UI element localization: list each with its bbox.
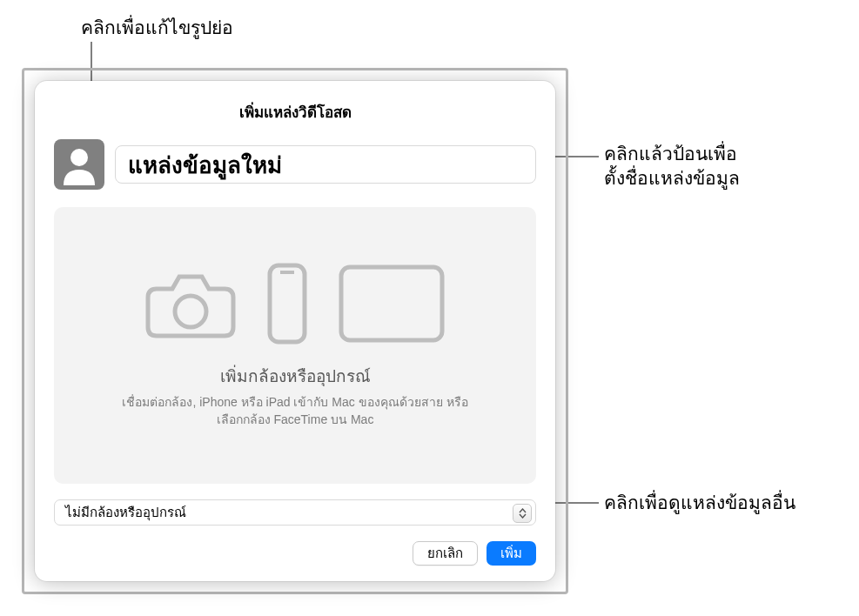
annotation-edit-thumbnail: คลิกเพื่อแก้ไขรูปย่อ	[81, 16, 233, 40]
preview-heading: เพิ่มกล้องหรืออุปกรณ์	[220, 363, 371, 389]
svg-point-0	[70, 149, 88, 166]
chevron-up-down-icon	[513, 504, 532, 523]
camera-device-select[interactable]: ไม่มีกล้องหรืออุปกรณ์	[54, 499, 536, 526]
device-icons	[143, 262, 447, 345]
select-value: ไม่มีกล้องหรืออุปกรณ์	[65, 502, 186, 523]
svg-rect-2	[270, 265, 305, 342]
preview-subtext: เชื่อมต่อกล้อง, iPhone หรือ iPad เข้ากับ…	[112, 394, 478, 428]
camera-icon	[143, 266, 238, 341]
iphone-icon	[265, 262, 310, 345]
source-thumbnail[interactable]	[54, 139, 104, 190]
svg-point-1	[175, 296, 206, 327]
person-silhouette-icon	[58, 144, 100, 185]
add-button[interactable]: เพิ่ม	[487, 541, 536, 566]
preview-area: เพิ่มกล้องหรืออุปกรณ์ เชื่อมต่อกล้อง, iP…	[54, 207, 536, 484]
add-live-video-source-dialog: เพิ่มแหล่งวิดีโอสด	[35, 81, 555, 581]
cancel-button[interactable]: ยกเลิก	[413, 541, 478, 566]
button-row: ยกเลิก เพิ่ม	[54, 541, 536, 566]
dialog-container: เพิ่มแหล่งวิดีโอสด	[22, 68, 568, 594]
annotation-view-sources: คลิกเพื่อดูแหล่งข้อมูลอื่น	[604, 491, 795, 515]
source-name-input[interactable]	[115, 145, 536, 184]
ipad-icon	[336, 262, 447, 345]
svg-rect-4	[341, 267, 442, 340]
dialog-title: เพิ่มแหล่งวิดีโอสด	[54, 100, 536, 124]
annotation-name-source: คลิกแล้วป้อนเพื่อ ตั้งชื่อแหล่งข้อมูล	[604, 142, 740, 191]
header-row	[54, 139, 536, 190]
